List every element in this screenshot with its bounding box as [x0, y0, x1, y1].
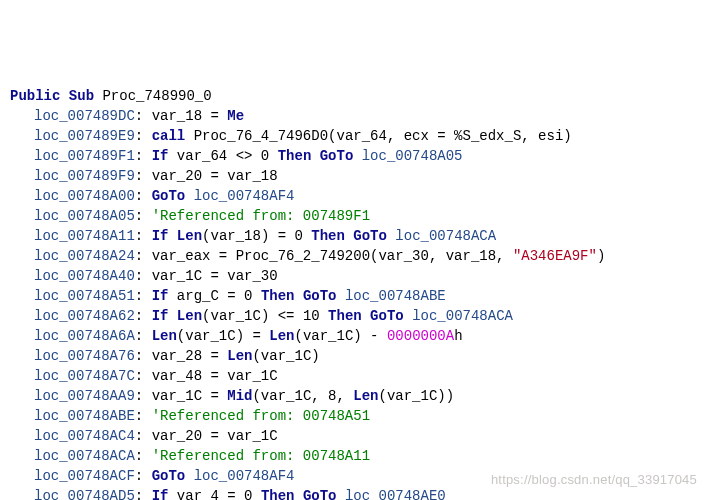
watermark: https://blog.csdn.net/qq_33917045: [491, 470, 697, 490]
code-token: Then GoTo: [261, 488, 337, 500]
code-token: loc_00748A6A: [34, 328, 135, 344]
code-token: loc_00748A05: [362, 148, 463, 164]
code-token: [337, 288, 345, 304]
code-token: arg_C = 0: [168, 288, 260, 304]
code-line: loc_00748AA9: var_1C = Mid(var_1C, 8, Le…: [10, 386, 701, 406]
code-token: [60, 88, 68, 104]
code-token: [185, 188, 193, 204]
code-token: :: [135, 148, 152, 164]
code-token: : var_eax = Proc_76_2_749200(var_30, var…: [135, 248, 513, 264]
code-token: 0000000A: [387, 328, 454, 344]
code-token: (var_1C) =: [177, 328, 269, 344]
code-token: loc_00748A62: [34, 308, 135, 324]
code-token: Len: [269, 328, 294, 344]
code-token: loc_00748A51: [34, 288, 135, 304]
code-line: loc_007489F1: If var_64 <> 0 Then GoTo l…: [10, 146, 701, 166]
code-token: loc_00748ACA: [34, 448, 135, 464]
code-token: loc_007489DC: [34, 108, 135, 124]
code-token: :: [135, 208, 152, 224]
code-token: loc_00748AE0: [345, 488, 446, 500]
code-token: :: [135, 288, 152, 304]
code-token: var_4 = 0: [168, 488, 260, 500]
code-line: Public Sub Proc_748990_0: [10, 86, 701, 106]
code-line: loc_007489DC: var_18 = Me: [10, 106, 701, 126]
code-token: : var_18 =: [135, 108, 227, 124]
code-token: Me: [227, 108, 244, 124]
code-token: :: [135, 228, 152, 244]
code-token: var_64 <> 0: [168, 148, 277, 164]
code-token: 'Referenced from: 00748A51: [152, 408, 370, 424]
code-token: (var_1C): [252, 348, 319, 364]
code-token: loc_007489F9: [34, 168, 135, 184]
code-token: loc_00748A24: [34, 248, 135, 264]
code-token: 'Referenced from: 007489F1: [152, 208, 370, 224]
code-line: loc_00748ACA: 'Referenced from: 00748A11: [10, 446, 701, 466]
code-token: loc_00748A11: [34, 228, 135, 244]
code-line: loc_00748A05: 'Referenced from: 007489F1: [10, 206, 701, 226]
code-token: If: [152, 488, 169, 500]
code-token: loc_00748ABE: [34, 408, 135, 424]
code-token: GoTo: [152, 188, 186, 204]
code-line: loc_00748A76: var_28 = Len(var_1C): [10, 346, 701, 366]
code-token: loc_00748AC4: [34, 428, 135, 444]
code-token: 'Referenced from: 00748A11: [152, 448, 370, 464]
code-token: Sub: [69, 88, 94, 104]
code-token: GoTo: [152, 468, 186, 484]
code-token: If: [152, 148, 169, 164]
code-token: : var_1C =: [135, 388, 227, 404]
code-token: [404, 308, 412, 324]
code-line: loc_00748A00: GoTo loc_00748AF4: [10, 186, 701, 206]
code-token: loc_007489F1: [34, 148, 135, 164]
code-line: loc_00748A40: var_1C = var_30: [10, 266, 701, 286]
code-token: Then GoTo: [311, 228, 387, 244]
code-token: Len: [177, 228, 202, 244]
code-token: : var_20 = var_1C: [135, 428, 278, 444]
code-line: loc_00748A7C: var_48 = var_1C: [10, 366, 701, 386]
code-token: loc_007489E9: [34, 128, 135, 144]
code-token: (var_1C) <= 10: [202, 308, 328, 324]
code-line: loc_00748A24: var_eax = Proc_76_2_749200…: [10, 246, 701, 266]
code-line: loc_007489E9: call Proc_76_4_7496D0(var_…: [10, 126, 701, 146]
code-token: loc_00748ACF: [34, 468, 135, 484]
code-token: :: [135, 328, 152, 344]
code-line: loc_00748A6A: Len(var_1C) = Len(var_1C) …: [10, 326, 701, 346]
code-token: loc_00748AD5: [34, 488, 135, 500]
code-token: [337, 488, 345, 500]
code-token: : var_20 = var_18: [135, 168, 278, 184]
code-token: Len: [177, 308, 202, 324]
code-token: :: [135, 448, 152, 464]
code-token: [185, 468, 193, 484]
code-token: loc_00748ACA: [395, 228, 496, 244]
code-token: Then GoTo: [278, 148, 354, 164]
code-token: loc_00748ABE: [345, 288, 446, 304]
code-line: loc_007489F9: var_20 = var_18: [10, 166, 701, 186]
code-token: If: [152, 308, 169, 324]
code-line: loc_00748A62: If Len(var_1C) <= 10 Then …: [10, 306, 701, 326]
code-token: :: [135, 488, 152, 500]
code-token: If: [152, 228, 169, 244]
code-token: Then GoTo: [261, 288, 337, 304]
code-token: :: [135, 128, 152, 144]
code-token: loc_00748A00: [34, 188, 135, 204]
code-token: :: [135, 188, 152, 204]
code-line: loc_00748A11: If Len(var_18) = 0 Then Go…: [10, 226, 701, 246]
code-token: :: [135, 308, 152, 324]
code-token: :: [135, 468, 152, 484]
code-token: "A346EA9F": [513, 248, 597, 264]
code-listing: Public Sub Proc_748990_0loc_007489DC: va…: [10, 86, 701, 500]
code-line: loc_00748ABE: 'Referenced from: 00748A51: [10, 406, 701, 426]
code-token: : var_48 = var_1C: [135, 368, 278, 384]
code-token: Proc_748990_0: [94, 88, 212, 104]
code-token: loc_00748A76: [34, 348, 135, 364]
code-token: :: [135, 408, 152, 424]
code-token: (var_1C)): [379, 388, 455, 404]
code-token: Then GoTo: [328, 308, 404, 324]
code-token: Len: [353, 388, 378, 404]
code-token: (var_1C) -: [295, 328, 387, 344]
code-token: : var_28 =: [135, 348, 227, 364]
code-token: [353, 148, 361, 164]
code-line: loc_00748A51: If arg_C = 0 Then GoTo loc…: [10, 286, 701, 306]
code-token: (var_18) = 0: [202, 228, 311, 244]
code-token: loc_00748AF4: [194, 468, 295, 484]
code-token: (var_1C, 8,: [252, 388, 353, 404]
